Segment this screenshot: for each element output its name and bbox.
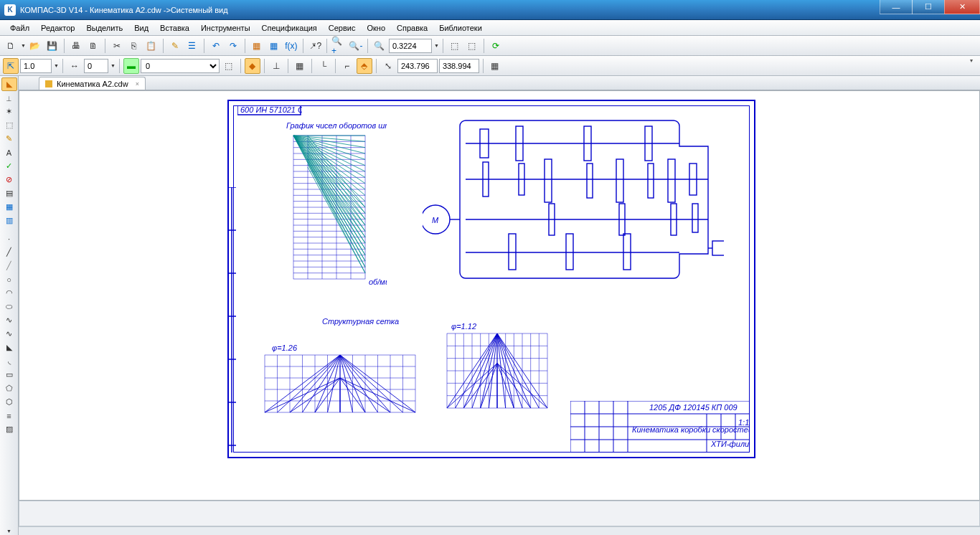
zoom-input[interactable]	[389, 39, 432, 53]
circle-tool[interactable]: ○	[1, 273, 17, 286]
point-tool[interactable]: ·	[1, 232, 17, 245]
vars-button[interactable]: f(x)	[283, 38, 299, 54]
libs-button[interactable]: ▦	[266, 38, 282, 54]
document-tab-label: Кинематика A2.cdw	[57, 80, 128, 88]
drawing-stamp-top: 600 ИН 571021 СФУ 9021	[240, 105, 302, 114]
document-tab[interactable]: Кинематика A2.cdw ×	[39, 77, 146, 90]
new-button[interactable]: 🗋	[3, 38, 19, 54]
views-panel-button[interactable]: ▦	[1, 200, 17, 214]
fillet-tool[interactable]: ◟	[1, 354, 17, 368]
reports-panel-button[interactable]: ▤	[1, 186, 17, 200]
paste-button[interactable]: 📋	[143, 38, 159, 54]
grid-button[interactable]: ▦	[292, 58, 308, 74]
zoom-in-button[interactable]: 🔍+	[331, 38, 347, 54]
refresh-button[interactable]: ⟳	[488, 38, 504, 54]
copy-button[interactable]: ⎘	[126, 38, 142, 54]
layer-manager-button[interactable]: ⬚	[221, 58, 237, 74]
perp-button[interactable]: └	[316, 58, 331, 74]
arc-tool[interactable]: ◠	[1, 286, 17, 300]
undo-button[interactable]: ↶	[208, 38, 224, 54]
print-preview-button[interactable]: 🗎	[85, 38, 101, 54]
brush-button[interactable]: ✎	[167, 38, 183, 54]
svg-text:1205 ДФ 120145 КП 009: 1205 ДФ 120145 КП 009	[649, 403, 738, 412]
svg-rect-81	[616, 159, 623, 202]
open-button[interactable]: 📂	[27, 38, 43, 54]
print-button[interactable]: 🖶	[68, 38, 84, 54]
save-button[interactable]: 💾	[44, 38, 60, 54]
measure-panel-button[interactable]: A	[1, 146, 17, 159]
coord-x-input[interactable]	[397, 59, 438, 73]
redo-button[interactable]: ↷	[225, 38, 241, 54]
zoom-window-button[interactable]: ⬚	[447, 38, 463, 54]
properties-button[interactable]: ☰	[184, 38, 200, 54]
param-panel-button[interactable]: ✎	[1, 132, 17, 146]
snap-button[interactable]: ⇱	[3, 58, 19, 74]
svg-text:Кинематика коробки скоростей: Кинематика коробки скоростей	[632, 425, 750, 434]
equid-tool[interactable]: ≡	[1, 409, 17, 422]
chamfer-tool[interactable]: ◣	[1, 341, 17, 354]
round-button[interactable]: ⌐	[339, 58, 355, 74]
menu-help[interactable]: Справка	[391, 22, 433, 34]
menu-select[interactable]: Выделить	[80, 22, 128, 34]
property-panel	[19, 501, 980, 526]
offset-input[interactable]	[84, 59, 108, 73]
horizontal-scrollbar[interactable]	[19, 526, 980, 535]
insert-panel-button[interactable]: ▥	[1, 214, 17, 227]
zoom-fit-button[interactable]: ⬚	[464, 38, 480, 54]
layer-color-button[interactable]: ▬	[123, 58, 139, 74]
menu-insert[interactable]: Вставка	[154, 22, 195, 34]
contour-tool[interactable]: ⬡	[1, 395, 17, 409]
menu-service[interactable]: Сервис	[323, 22, 362, 34]
dims-panel-button[interactable]: ⟂	[1, 91, 17, 105]
tab-close-icon[interactable]: ×	[136, 80, 139, 87]
svg-line-120	[340, 355, 353, 412]
svg-text:φ=1.26: φ=1.26	[272, 345, 298, 352]
menu-view[interactable]: Вид	[128, 22, 154, 34]
spline-tool[interactable]: ∿	[1, 313, 17, 327]
hatch-tool[interactable]: ▨	[1, 422, 17, 436]
misc-button[interactable]: ▦	[487, 58, 503, 74]
manager-button[interactable]: ▦	[249, 38, 265, 54]
panel-collapse-icon[interactable]: ▾	[970, 57, 979, 66]
zoom-scale-button[interactable]: 🔍	[372, 38, 387, 54]
geometry-panel-button[interactable]: ◣	[1, 77, 17, 91]
maximize-button[interactable]: ☐	[912, 0, 945, 14]
line-tool[interactable]: ╱	[1, 245, 17, 259]
svg-text:Структурная сетка: Структурная сетка	[322, 318, 399, 326]
zoom-out-button[interactable]: 🔍-	[348, 38, 364, 54]
spec-panel-button[interactable]: ⊘	[1, 173, 17, 186]
ortho-button[interactable]: ◆	[245, 58, 260, 74]
aux-line-tool[interactable]: ╱	[1, 259, 17, 273]
track-button[interactable]: ⬘	[357, 58, 372, 74]
ellipse-tool[interactable]: ⬭	[1, 300, 17, 313]
help-cursor-button[interactable]: ⭷?	[307, 38, 323, 54]
coord-y-input[interactable]	[439, 59, 479, 73]
svg-text:1:1: 1:1	[738, 418, 749, 427]
edit-panel-button[interactable]: ⬚	[1, 118, 17, 132]
doc-type-icon	[45, 80, 52, 87]
polygon-tool[interactable]: ⬠	[1, 382, 17, 395]
menu-editor[interactable]: Редактор	[35, 22, 80, 34]
notation-panel-button[interactable]: ✶	[1, 105, 17, 118]
scroll-down-icon[interactable]: ▼	[1, 524, 17, 535]
menu-file[interactable]: Файл	[4, 22, 35, 34]
menu-window[interactable]: Окно	[361, 22, 391, 34]
svg-rect-85	[668, 159, 675, 202]
structural-net-b: φ=1.12	[437, 323, 559, 417]
rect-tool[interactable]: ▭	[1, 368, 17, 382]
style-button[interactable]: ↔	[67, 58, 83, 74]
bezier-tool[interactable]: ∿	[1, 327, 17, 341]
svg-line-41	[293, 136, 365, 202]
cut-button[interactable]: ✂	[109, 38, 125, 54]
menu-tools[interactable]: Инструменты	[195, 22, 256, 34]
linewidth-input[interactable]	[20, 59, 52, 73]
assoc-panel-button[interactable]: ✓	[1, 159, 17, 173]
dim-button[interactable]: ⊥	[268, 58, 284, 74]
minimize-button[interactable]: —	[880, 0, 913, 14]
menu-libs[interactable]: Библиотеки	[433, 22, 488, 34]
layer-select[interactable]: 0	[141, 59, 220, 73]
menu-spec[interactable]: Спецификация	[256, 22, 323, 34]
close-button[interactable]: ✕	[944, 0, 980, 14]
svg-rect-84	[648, 164, 654, 198]
drawing-canvas[interactable]: 600 ИН 571021 СФУ 9021 График чисел обор…	[19, 90, 980, 501]
